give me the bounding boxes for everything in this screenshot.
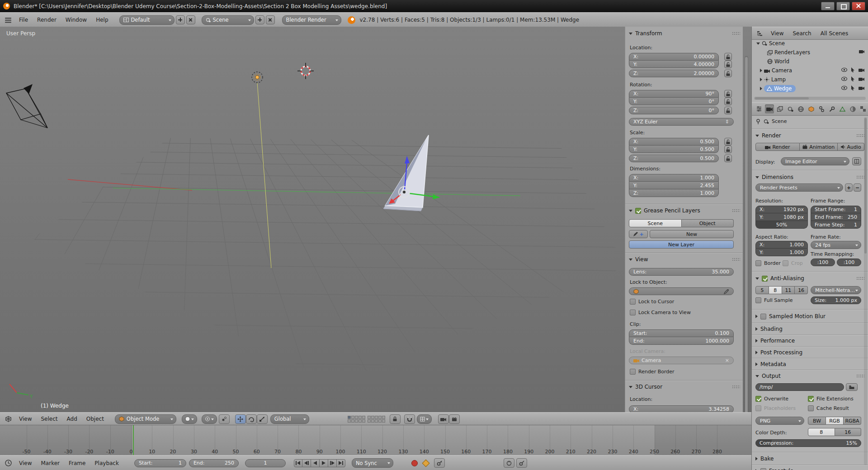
tab-constraints[interactable] bbox=[817, 104, 826, 113]
current-frame-field[interactable]: 1 bbox=[245, 459, 286, 467]
panel-grip-icon[interactable] bbox=[856, 134, 864, 138]
renderability-camera-icon[interactable] bbox=[859, 68, 864, 72]
tab-data[interactable] bbox=[838, 104, 847, 113]
lock-object-field[interactable] bbox=[629, 287, 734, 295]
color-depth-8[interactable]: 8 bbox=[808, 428, 835, 436]
freestyle-checkbox[interactable] bbox=[760, 468, 766, 470]
layers-widget[interactable] bbox=[348, 416, 385, 423]
menu-view[interactable]: View bbox=[14, 412, 36, 426]
menu-frame[interactable]: Frame bbox=[64, 456, 90, 470]
manipulator-rotate-button[interactable] bbox=[246, 414, 257, 424]
lamp-object[interactable] bbox=[252, 72, 263, 83]
rotation-y-field[interactable]: Y:0° bbox=[629, 98, 719, 105]
file-extensions-checkbox[interactable] bbox=[808, 396, 814, 402]
frame-rate-dropdown[interactable]: 24 fps bbox=[811, 241, 861, 249]
outliner-row-renderlayers[interactable]: RenderLayers bbox=[752, 48, 868, 57]
aa-size-slider[interactable]: Size:1.000 px bbox=[811, 296, 861, 304]
full-sample-checkbox[interactable] bbox=[755, 297, 761, 303]
menu-file[interactable]: File bbox=[14, 13, 33, 27]
placeholders-option[interactable]: Placeholders bbox=[755, 405, 796, 411]
play-button[interactable] bbox=[320, 459, 328, 467]
remove-preset-button[interactable]: − bbox=[854, 183, 861, 192]
sync-mode-dropdown[interactable]: No Sync bbox=[352, 458, 393, 468]
placeholders-checkbox[interactable] bbox=[755, 405, 761, 411]
rotation-mode-dropdown[interactable]: XYZ Euler⇕ bbox=[629, 118, 734, 126]
crop-option[interactable]: Crop bbox=[783, 260, 803, 266]
clip-end-field[interactable]: End:1000.000 bbox=[629, 337, 734, 345]
render-border-option[interactable]: Render Border bbox=[630, 369, 675, 375]
panel-header-grease-pencil[interactable]: Grease Pencil Layers bbox=[629, 207, 740, 215]
clip-start-field[interactable]: Start:0.100 bbox=[629, 329, 734, 337]
location-z-field[interactable]: Z:2.00000 bbox=[629, 70, 719, 77]
renderability-camera-icon[interactable] bbox=[859, 77, 864, 81]
manipulator-translate-button[interactable] bbox=[235, 414, 246, 424]
render-button[interactable]: Render bbox=[755, 143, 800, 151]
lock-rotation-y-button[interactable] bbox=[724, 98, 732, 105]
panel-header-output[interactable]: Output bbox=[755, 371, 864, 381]
disclosure-icon[interactable] bbox=[760, 69, 762, 72]
outliner-row-wedge[interactable]: Wedge bbox=[752, 84, 868, 93]
panel-header-render[interactable]: Render bbox=[755, 131, 864, 140]
tab-world[interactable] bbox=[796, 104, 805, 113]
outliner-row-lamp[interactable]: Lamp bbox=[752, 75, 868, 84]
lock-scale-y-button[interactable] bbox=[724, 146, 732, 153]
snap-magnet-button[interactable] bbox=[404, 414, 415, 424]
panel-header-bake[interactable]: Bake bbox=[755, 454, 864, 463]
panel-header-shading[interactable]: Shading bbox=[755, 324, 864, 334]
lock-location-x-button[interactable] bbox=[724, 53, 732, 61]
tab-render[interactable] bbox=[765, 104, 774, 113]
frame-end-field[interactable]: End:250 bbox=[189, 459, 239, 467]
overwrite-option[interactable]: Overwrite bbox=[755, 396, 788, 402]
visibility-eye-icon[interactable] bbox=[841, 86, 847, 90]
screen-layout-dropdown[interactable]: Default bbox=[119, 15, 175, 25]
pivot-point-dropdown[interactable] bbox=[202, 414, 217, 424]
aa-samples-16[interactable]: 16 bbox=[795, 286, 808, 294]
disclosure-icon[interactable] bbox=[756, 42, 760, 45]
tab-render-layers[interactable] bbox=[775, 104, 784, 113]
camera-object[interactable] bbox=[6, 84, 47, 128]
add-scene-button[interactable] bbox=[255, 15, 264, 24]
color-mode-bw[interactable]: BW bbox=[808, 417, 826, 425]
delete-scene-button[interactable] bbox=[266, 15, 275, 24]
dimensions-x-field[interactable]: X:1.000 bbox=[629, 174, 719, 182]
manipulator-scale-button[interactable] bbox=[257, 414, 268, 424]
panel-grip-icon[interactable] bbox=[856, 374, 864, 378]
close-button[interactable] bbox=[852, 2, 865, 10]
viewport-shading-dropdown[interactable] bbox=[182, 414, 197, 424]
panel-grip-icon[interactable] bbox=[856, 175, 864, 179]
rotation-x-field[interactable]: X:90° bbox=[629, 90, 719, 98]
visibility-eye-icon[interactable] bbox=[841, 68, 847, 72]
sync-lock-button[interactable] bbox=[504, 458, 514, 468]
cache-result-checkbox[interactable] bbox=[808, 405, 814, 411]
end-frame-field[interactable]: End Frame:250 bbox=[811, 213, 861, 221]
grease-scene-tab[interactable]: Scene bbox=[629, 219, 682, 227]
menu-outliner-view[interactable]: View bbox=[766, 28, 788, 39]
panel-grip-icon[interactable] bbox=[732, 385, 740, 389]
aa-samples-5[interactable]: 5 bbox=[755, 286, 769, 294]
panel-grip-icon[interactable] bbox=[732, 258, 740, 262]
dimensions-y-field[interactable]: Y:2.455 bbox=[629, 182, 719, 189]
menu-timeline-view[interactable]: View bbox=[14, 456, 36, 470]
scale-y-field[interactable]: Y:0.500 bbox=[629, 146, 719, 153]
editor-type-icon-timeline[interactable] bbox=[4, 460, 13, 467]
add-layout-button[interactable] bbox=[176, 15, 185, 24]
aa-filter-dropdown[interactable]: Mitchell-Netravali bbox=[811, 286, 861, 294]
grease-draw-button[interactable]: + bbox=[629, 230, 648, 238]
selected-object-highlight[interactable]: Wedge bbox=[764, 85, 796, 92]
aa-samples-11[interactable]: 11 bbox=[782, 286, 795, 294]
panel-header-freestyle[interactable]: Freestyle bbox=[755, 466, 864, 470]
orientation-dropdown[interactable]: Global bbox=[270, 414, 309, 424]
eyedropper-icon[interactable] bbox=[724, 289, 729, 294]
jump-to-start-button[interactable] bbox=[294, 459, 302, 467]
editor-type-icon-outliner[interactable] bbox=[755, 30, 764, 37]
scene-lock-button[interactable] bbox=[390, 414, 401, 424]
pivot-align-button[interactable] bbox=[219, 414, 230, 424]
audio-button[interactable]: Audio bbox=[838, 143, 864, 151]
selectability-arrow-icon[interactable] bbox=[851, 67, 855, 72]
menu-window[interactable]: Window bbox=[61, 13, 91, 27]
visibility-eye-icon[interactable] bbox=[841, 77, 847, 81]
animation-button[interactable]: Animation bbox=[800, 143, 838, 151]
scale-x-field[interactable]: X:0.500 bbox=[629, 138, 719, 146]
overwrite-checkbox[interactable] bbox=[755, 396, 761, 402]
anti-aliasing-checkbox[interactable] bbox=[762, 276, 768, 282]
